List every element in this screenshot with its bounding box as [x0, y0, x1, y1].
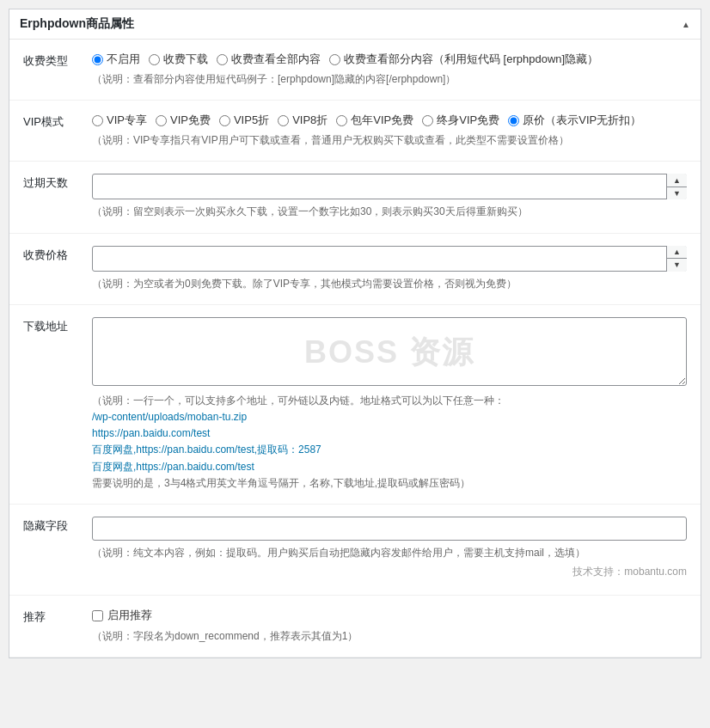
- panel-title: Erphpdown商品属性: [20, 16, 134, 32]
- charge-type-option-partial[interactable]: 收费查看部分内容（利用短代码 [erphpdown]隐藏）: [329, 52, 598, 67]
- charge-price-spin-up[interactable]: ▲: [667, 246, 687, 260]
- charge-type-option-all[interactable]: 收费查看全部内容: [217, 52, 321, 67]
- charge-type-label: 收费类型: [23, 52, 92, 69]
- charge-price-spin-down[interactable]: ▼: [667, 259, 687, 272]
- expire-days-content: ▲ ▼ （说明：留空则表示一次购买永久下载，设置一个数字比如30，则表示购买30…: [92, 174, 687, 220]
- download-hint-line1: （说明：一行一个，可以支持多个地址，可外链以及内链。地址格式可以为以下任意一种：: [92, 395, 505, 407]
- vip-mode-radio-group: VIP专享 VIP免费 VIP5折 VIP8折: [92, 113, 687, 128]
- vip-mode-option-original[interactable]: 原价（表示VIP无折扣）: [508, 113, 641, 128]
- charge-type-no-charge-label: 不启用: [107, 52, 140, 67]
- charge-type-all-label: 收费查看全部内容: [231, 52, 321, 67]
- expire-days-spinner: ▲ ▼: [666, 174, 687, 199]
- vip-mode-option-enjoy[interactable]: VIP专享: [92, 113, 147, 128]
- charge-type-option-download[interactable]: 收费下载: [149, 52, 208, 67]
- hidden-field-row: 隐藏字段 （说明：纯文本内容，例如：提取码。用户购买后自动把隐藏内容发邮件给用户…: [9, 505, 701, 596]
- recommend-content: 启用推荐 （说明：字段名为down_recommend，推荐表示其值为1）: [92, 608, 687, 645]
- panel-toggle-icon[interactable]: ▲: [682, 20, 690, 29]
- charge-type-content: 不启用 收费下载 收费查看全部内容 收费查看部分内容（利用短代码 [erphpd…: [92, 52, 687, 88]
- vip-mode-content: VIP专享 VIP免费 VIP5折 VIP8折: [92, 113, 687, 149]
- vip-forever-label: 终身VIP免费: [437, 113, 499, 128]
- download-hint-line5: 百度网盘,https://pan.baidu.com/test: [92, 461, 254, 473]
- charge-price-hint: （说明：为空或者为0则免费下载。除了VIP专享，其他模式均需要设置价格，否则视为…: [92, 276, 687, 292]
- charge-price-content: ▲ ▼ （说明：为空或者为0则免费下载。除了VIP专享，其他模式均需要设置价格，…: [92, 246, 687, 292]
- vip-mode-hint: （说明：VIP专享指只有VIP用户可下载或查看，普通用户无权购买下载或查看，此类…: [92, 132, 687, 149]
- charge-price-input[interactable]: [92, 246, 687, 272]
- download-url-hint: （说明：一行一个，可以支持多个地址，可外链以及内链。地址格式可以为以下任意一种：…: [92, 393, 687, 492]
- charge-price-input-wrap: ▲ ▼: [92, 246, 687, 272]
- download-url-label: 下载地址: [23, 317, 92, 334]
- recommend-label: 推荐: [23, 608, 92, 625]
- charge-type-row: 收费类型 不启用 收费下载 收费查看全部内容: [9, 40, 701, 101]
- charge-type-hint: （说明：查看部分内容使用短代码例子：[erphpdown]隐藏的内容[/erph…: [92, 71, 687, 88]
- vip-mode-label: VIP模式: [23, 113, 92, 130]
- vip-mode-option-8[interactable]: VIP8折: [278, 113, 327, 128]
- recommend-checkbox[interactable]: [92, 610, 103, 621]
- hidden-field-input[interactable]: [92, 517, 687, 541]
- vip-free-label: VIP免费: [170, 113, 211, 128]
- download-url-input-wrap: BOSS 资源: [92, 317, 687, 388]
- vip-year-label: 包年VIP免费: [351, 113, 413, 128]
- recommend-checkbox-text: 启用推荐: [107, 608, 152, 623]
- tech-support: 技术支持：mobantu.com: [92, 561, 687, 583]
- vip8-label: VIP8折: [292, 113, 327, 128]
- erphpdown-panel: Erphpdown商品属性 ▲ 收费类型 不启用 收费下载: [9, 9, 701, 658]
- vip-mode-option-free[interactable]: VIP免费: [156, 113, 211, 128]
- download-hint-line3: https://pan.baidu.com/test: [92, 427, 210, 439]
- expire-days-hint: （说明：留空则表示一次购买永久下载，设置一个数字比如30，则表示购买30天后得重…: [92, 204, 687, 220]
- recommend-checkbox-label[interactable]: 启用推荐: [92, 608, 152, 623]
- hidden-field-hint: （说明：纯文本内容，例如：提取码。用户购买后自动把隐藏内容发邮件给用户，需要主机…: [92, 545, 687, 561]
- recommend-hint: （说明：字段名为down_recommend，推荐表示其值为1）: [92, 628, 687, 645]
- expire-days-spin-up[interactable]: ▲: [667, 174, 687, 187]
- charge-price-label: 收费价格: [23, 246, 92, 263]
- expire-days-input-wrap: ▲ ▼: [92, 174, 687, 199]
- expire-days-label: 过期天数: [23, 174, 92, 191]
- vip-original-label: 原价（表示VIP无折扣）: [523, 113, 641, 128]
- expire-days-input[interactable]: [92, 174, 687, 199]
- panel-body: 收费类型 不启用 收费下载 收费查看全部内容: [9, 40, 701, 658]
- charge-price-spinner: ▲ ▼: [666, 246, 687, 272]
- charge-price-row: 收费价格 ▲ ▼ （说明：为空或者为0则免费下载。除了VIP专享，其他模式均需要…: [9, 234, 701, 305]
- expire-days-row: 过期天数 ▲ ▼ （说明：留空则表示一次购买永久下载，设置一个数字比如30，则表…: [9, 162, 701, 233]
- recommend-row: 推荐 启用推荐 （说明：字段名为down_recommend，推荐表示其值为1）: [9, 596, 701, 658]
- panel-header: Erphpdown商品属性 ▲: [9, 9, 701, 40]
- vip-enjoy-label: VIP专享: [107, 113, 147, 128]
- vip-mode-option-forever[interactable]: 终身VIP免费: [422, 113, 499, 128]
- expire-days-spin-down[interactable]: ▼: [667, 187, 687, 200]
- download-url-content: BOSS 资源 （说明：一行一个，可以支持多个地址，可外链以及内链。地址格式可以…: [92, 317, 687, 492]
- charge-type-option-no-charge[interactable]: 不启用: [92, 52, 140, 67]
- download-url-row: 下载地址 BOSS 资源 （说明：一行一个，可以支持多个地址，可外链以及内链。地…: [9, 305, 701, 505]
- vip-mode-row: VIP模式 VIP专享 VIP免费 VIP5折: [9, 101, 701, 162]
- vip-mode-option-5[interactable]: VIP5折: [219, 113, 269, 128]
- download-hint-line4: 百度网盘,https://pan.baidu.com/test,提取码：2587: [92, 444, 321, 456]
- charge-type-radio-group: 不启用 收费下载 收费查看全部内容 收费查看部分内容（利用短代码 [erphpd…: [92, 52, 687, 67]
- download-hint-line6: 需要说明的是，3与4格式用英文半角逗号隔开，名称,下载地址,提取码或解压密码）: [92, 477, 470, 489]
- charge-type-download-label: 收费下载: [163, 52, 208, 67]
- download-url-textarea[interactable]: [92, 317, 687, 386]
- vip-mode-option-year[interactable]: 包年VIP免费: [336, 113, 413, 128]
- tech-support-text: 技术支持：mobantu.com: [572, 566, 687, 578]
- download-hint-line2: /wp-content/uploads/moban-tu.zip: [92, 411, 247, 423]
- vip5-label: VIP5折: [234, 113, 269, 128]
- hidden-field-content: （说明：纯文本内容，例如：提取码。用户购买后自动把隐藏内容发邮件给用户，需要主机…: [92, 517, 687, 583]
- charge-type-partial-label: 收费查看部分内容（利用短代码 [erphpdown]隐藏）: [344, 52, 598, 67]
- hidden-field-label: 隐藏字段: [23, 517, 92, 534]
